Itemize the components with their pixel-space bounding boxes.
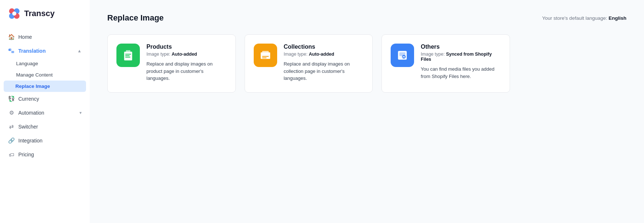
products-card-image-type: Image type: Auto-added [146, 52, 227, 57]
others-card-icon [391, 44, 414, 67]
products-image-type-value: Auto-added [172, 52, 197, 57]
collections-card[interactable]: Collections Image type: Auto-added Repla… [245, 34, 373, 93]
sidebar-item-pricing-label: Pricing [18, 152, 34, 157]
svg-rect-6 [11, 51, 14, 53]
collections-card-body: Collections Image type: Auto-added Repla… [284, 44, 364, 82]
svg-rect-9 [125, 54, 131, 55]
sidebar-subitem-replace-image[interactable]: Replace Image [4, 81, 86, 92]
sidebar-item-pricing[interactable]: 🏷 Pricing [0, 148, 90, 161]
others-card-image-type: Image type: Synced from Shopify Files [421, 52, 501, 62]
cards-grid: Products Image type: Auto-added Replace … [107, 34, 510, 93]
translation-icon: AB [8, 48, 15, 54]
home-icon: 🏠 [8, 34, 15, 40]
collections-card-image-type: Image type: Auto-added [284, 52, 364, 57]
svg-rect-11 [125, 57, 130, 57]
sidebar-item-currency[interactable]: 💱 Currency [0, 92, 90, 106]
page-title: Replace Image [107, 13, 164, 23]
logo: Transcy [0, 0, 90, 27]
svg-rect-17 [262, 57, 267, 58]
collections-image-type-value: Auto-added [309, 52, 334, 57]
pricing-icon: 🏷 [8, 151, 15, 158]
automation-chevron-icon: ▾ [79, 110, 82, 115]
products-card-title: Products [146, 44, 227, 50]
translation-chevron-icon: ▲ [77, 48, 82, 53]
collections-icon [259, 49, 272, 62]
sidebar-item-translation-label: Translation [18, 48, 46, 54]
others-card-description: You can find media files you added from … [421, 66, 501, 80]
default-language-value: English [608, 15, 626, 21]
sidebar-item-integration[interactable]: 🔗 Integration [0, 134, 90, 148]
sidebar-item-home[interactable]: 🏠 Home [0, 30, 90, 44]
switcher-icon: ⇄ [8, 123, 15, 130]
page-header: Replace Image Your store's default langu… [107, 13, 626, 23]
sidebar-item-currency-label: Currency [18, 96, 39, 102]
svg-point-4 [12, 11, 16, 15]
svg-rect-10 [125, 55, 130, 56]
logo-text: Transcy [24, 9, 55, 18]
default-language-notice: Your store's default language: English [542, 15, 626, 21]
others-icon [396, 49, 409, 62]
sidebar-subitem-manage-content[interactable]: Manage Content [0, 69, 90, 81]
sidebar-item-integration-label: Integration [18, 138, 42, 144]
collections-card-title: Collections [284, 44, 364, 50]
nav-menu: 🏠 Home AB Translation ▲ Language Manage … [0, 27, 90, 223]
products-card-description: Replace and display images on product pa… [146, 60, 227, 82]
svg-rect-16 [262, 56, 269, 57]
others-card[interactable]: Others Image type: Synced from Shopify F… [381, 34, 510, 93]
transcy-logo-icon [7, 7, 21, 21]
sidebar: Transcy 🏠 Home AB Translation ▲ Language [0, 0, 90, 223]
sidebar-item-translation[interactable]: AB Translation ▲ [0, 44, 90, 58]
sidebar-item-home-label: Home [18, 34, 32, 40]
main-content: Replace Image Your store's default langu… [90, 0, 644, 223]
products-card-body: Products Image type: Auto-added Replace … [146, 44, 227, 82]
sidebar-item-switcher-label: Switcher [18, 124, 38, 130]
sidebar-subitem-language-label: Language [16, 61, 38, 66]
products-card-icon [116, 44, 140, 67]
others-card-body: Others Image type: Synced from Shopify F… [421, 44, 501, 80]
svg-text:AB: AB [10, 49, 12, 51]
svg-rect-15 [262, 51, 269, 53]
sidebar-item-automation[interactable]: ⚙ Automation ▾ [0, 106, 90, 120]
sidebar-subitem-replace-image-label: Replace Image [15, 83, 50, 89]
automation-icon: ⚙ [8, 109, 15, 116]
currency-icon: 💱 [8, 96, 15, 102]
others-card-title: Others [421, 44, 501, 50]
sidebar-item-automation-label: Automation [18, 110, 44, 116]
products-icon [122, 49, 135, 62]
sidebar-item-switcher[interactable]: ⇄ Switcher [0, 120, 90, 134]
collections-card-description: Replace and display images on collection… [284, 60, 364, 82]
collections-card-icon [254, 44, 277, 67]
svg-rect-12 [126, 50, 130, 52]
sidebar-subitem-manage-content-label: Manage Content [16, 72, 53, 78]
integration-icon: 🔗 [8, 137, 15, 144]
sidebar-subitem-language[interactable]: Language [0, 58, 90, 69]
products-card[interactable]: Products Image type: Auto-added Replace … [107, 34, 236, 93]
